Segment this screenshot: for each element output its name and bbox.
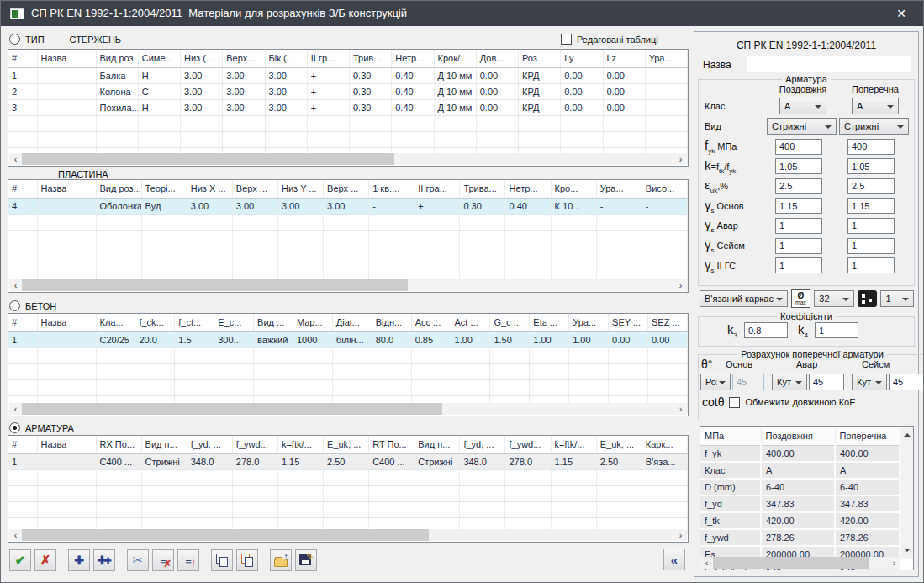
table-row[interactable]: 1C400 ...Стрижні348.0278.01.152.50C400 .… (8, 453, 688, 469)
cell[interactable]: Н (138, 99, 180, 115)
cell[interactable]: 0.40 (392, 67, 434, 83)
cancel-button[interactable]: ✗ (34, 549, 56, 571)
cell[interactable]: 3.00 (181, 83, 223, 99)
column-header[interactable]: Ура... (569, 314, 609, 331)
column-header[interactable]: f_yd, ... (460, 436, 505, 453)
cell[interactable]: C20/25 (96, 331, 135, 347)
cell[interactable]: С (138, 83, 180, 99)
cell[interactable]: 0.30 (350, 67, 392, 83)
cell[interactable]: 278.0 (505, 453, 551, 469)
cell[interactable]: Оболонка (96, 198, 141, 214)
column-header[interactable]: Відн... (372, 314, 411, 331)
cell[interactable]: Стрижні (414, 453, 460, 469)
k4-input[interactable] (815, 322, 858, 338)
param-input-transverse[interactable] (847, 198, 895, 214)
horizontal-scrollbar[interactable]: ‹ › (9, 279, 687, 291)
scroll-right-icon[interactable]: › (888, 557, 900, 569)
cell[interactable]: 0.00 (561, 83, 603, 99)
column-header[interactable]: # (8, 180, 37, 198)
cell[interactable]: Балка (96, 67, 138, 83)
limit-length-checkbox[interactable] (729, 397, 740, 408)
column-header[interactable]: Симе... (138, 50, 180, 67)
cell[interactable]: 1 (8, 331, 37, 347)
add-rows-button[interactable]: ✚✚ (93, 549, 115, 571)
scroll-left-icon[interactable]: ‹ (9, 153, 22, 165)
cell[interactable]: 347.83 (835, 496, 900, 512)
column-header[interactable]: Низ (... (181, 50, 223, 67)
param-input-transverse[interactable] (847, 178, 895, 194)
column-header[interactable]: Eta ... (530, 314, 569, 331)
column-header[interactable]: Верх ... (324, 180, 369, 198)
cell[interactable]: 0.00 (603, 67, 645, 83)
cell[interactable]: 3.00 (265, 83, 307, 99)
cell[interactable]: 0.40 (505, 198, 551, 214)
cell[interactable]: 0.40 (392, 83, 434, 99)
cell[interactable]: 300... (214, 331, 254, 347)
column-header[interactable]: Назва (37, 314, 96, 331)
scrollbar-thumb[interactable] (22, 153, 394, 165)
cell[interactable]: Д 10 мм (434, 67, 476, 83)
cell[interactable]: 6-40 (761, 479, 835, 496)
scroll-right-icon[interactable]: › (674, 153, 687, 165)
scroll-right-icon[interactable]: › (674, 403, 687, 415)
delete-rows-button[interactable]: ≡✗ (152, 549, 174, 571)
cell[interactable]: 348.0 (187, 453, 232, 469)
column-header[interactable]: f_yd, ... (187, 436, 232, 453)
vertical-scrollbar[interactable] (900, 427, 913, 559)
cell[interactable]: КРД (519, 67, 561, 83)
add-row-button[interactable]: ✚ (68, 549, 90, 571)
cell[interactable]: 3.00 (181, 99, 223, 115)
type-radio[interactable] (9, 34, 20, 45)
column-header[interactable]: Низ Y ... (277, 180, 323, 198)
copy-button[interactable] (211, 549, 233, 571)
column-header[interactable]: E_c... (214, 314, 254, 331)
cell[interactable]: f_tk (700, 512, 761, 529)
param-input-longitudinal[interactable] (775, 198, 822, 214)
column-header[interactable]: Карк... (642, 436, 687, 453)
column-header[interactable]: Act ... (451, 314, 490, 331)
cell[interactable]: f_yd (700, 496, 761, 512)
apply-button[interactable]: ✔ (9, 549, 31, 571)
cell[interactable]: 0.00 (476, 67, 518, 83)
cell[interactable]: Колона (96, 83, 138, 99)
column-header[interactable]: Вид п... (414, 436, 460, 453)
cell[interactable]: 400.00 (835, 445, 900, 462)
class-transverse-select[interactable]: A (852, 98, 899, 114)
param-input-longitudinal[interactable] (775, 257, 822, 273)
main-mode-select[interactable]: Роз (700, 374, 731, 390)
column-header[interactable]: Вид роз... (96, 180, 141, 198)
cell[interactable]: A (835, 462, 900, 479)
param-input-longitudinal[interactable] (775, 218, 822, 234)
accidental-angle-input[interactable] (809, 374, 844, 390)
column-header[interactable]: Поперечна (835, 427, 900, 445)
cell[interactable]: 3.00 (232, 198, 277, 214)
cell[interactable]: 1000 (293, 331, 332, 347)
column-header[interactable]: Ура... (645, 50, 687, 67)
column-header[interactable]: Назва (37, 50, 96, 67)
column-header[interactable]: # (8, 314, 37, 331)
column-header[interactable]: f_ct... (175, 314, 214, 331)
cell[interactable]: f_yk (700, 445, 761, 462)
column-header[interactable]: Lz (603, 50, 645, 67)
param-input-transverse[interactable] (847, 139, 895, 155)
cell[interactable] (37, 99, 96, 115)
horizontal-scrollbar[interactable]: ‹ › (9, 153, 687, 165)
column-header[interactable]: SEY ... (609, 314, 648, 331)
cell[interactable]: Н (138, 67, 180, 83)
param-input-transverse[interactable] (847, 257, 895, 273)
table-row[interactable]: 2КолонаС3.003.003.00+0.300.40Д 10 мм0.00… (8, 83, 688, 99)
seismic-mode-select[interactable]: Кут (852, 374, 887, 390)
cell[interactable]: 2.50 (324, 453, 369, 469)
column-header[interactable]: f_ywd... (505, 436, 551, 453)
cell[interactable]: 3.00 (181, 67, 223, 83)
cell[interactable]: - (645, 83, 687, 99)
cell[interactable]: К 10... (551, 198, 596, 214)
param-input-longitudinal[interactable] (775, 178, 822, 194)
table-row[interactable]: 1БалкаН3.003.003.00+0.300.40Д 10 мм0.00К… (8, 67, 688, 83)
cell[interactable]: 3.00 (187, 198, 232, 214)
save-button[interactable]: ✎ (295, 549, 317, 571)
cell[interactable]: - (645, 99, 687, 115)
column-header[interactable]: Верх ... (232, 180, 277, 198)
collapse-panel-button[interactable]: « (663, 549, 685, 570)
cell[interactable]: 0.30 (350, 99, 392, 115)
